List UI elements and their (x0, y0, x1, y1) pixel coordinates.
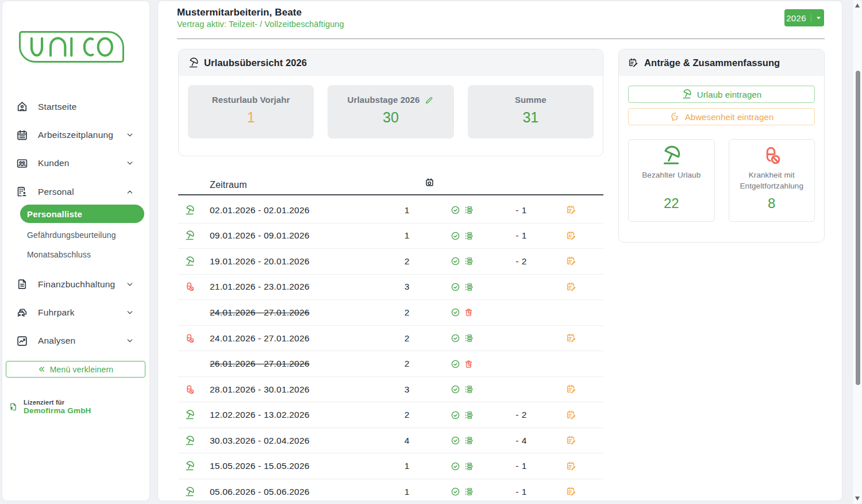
row-edit-cell (550, 256, 592, 267)
page-scrollbar[interactable] (852, 0, 862, 504)
stat-resturlaub-label: Resturlaub Vorjahr (212, 95, 290, 105)
row-days: 2 (382, 410, 432, 420)
edit-entry-icon[interactable] (566, 282, 577, 293)
edit-entry-icon[interactable] (566, 461, 577, 472)
list-details-icon (464, 205, 474, 215)
umbrella-icon (184, 410, 195, 420)
stat-urlaubstage: Urlaubstage 2026 30 (328, 85, 453, 138)
edit-entry-icon[interactable] (566, 384, 577, 395)
row-date-range: 28.01.2026 - 30.01.2026 (210, 384, 382, 395)
collapse-menu-button[interactable]: Menü verkleinern (6, 361, 145, 378)
row-delta: - 2 (492, 410, 550, 420)
edit-entry-icon[interactable] (566, 205, 577, 216)
sidebar-subitem-monatsabschluss[interactable]: Monatsabschluss (2, 245, 149, 265)
table-row: 12.02.2026 - 13.02.20262- 2 (178, 402, 603, 428)
sidebar-item-fuhrpark[interactable]: Fuhrpark (2, 298, 149, 326)
umbrella-icon (184, 461, 195, 471)
row-date-range: 21.01.2026 - 23.01.2026 (210, 282, 382, 292)
chevron-down-icon (126, 309, 134, 317)
double-chevron-left-icon (38, 366, 45, 373)
vacation-overview-header: Urlaubsübersicht 2026 (179, 49, 603, 76)
table-row: 30.03.2026 - 02.04.20264- 4 (178, 428, 603, 454)
row-type-cell (178, 487, 210, 497)
home-icon (16, 101, 28, 113)
calendar-icon (16, 129, 28, 141)
umbrella-icon (184, 205, 195, 216)
row-date-range: 30.03.2026 - 02.04.2026 (210, 436, 382, 446)
row-edit-cell (550, 282, 592, 293)
umbrella-icon (184, 436, 195, 446)
sneeze-icon (669, 111, 680, 122)
row-status-cell (432, 384, 492, 394)
stat-summe: Summe 31 (468, 85, 594, 138)
scrollbar-thumb[interactable] (856, 71, 860, 385)
sidebar-nav-top: StartseiteArbeitszeitplanungKundenPerson… (2, 93, 149, 206)
caret-down-icon (815, 14, 822, 22)
table-row: 02.01.2026 - 02.01.20261- 1 (178, 198, 603, 224)
customers-icon (16, 157, 28, 170)
table-row: 05.06.2026 - 05.06.20261- 1 (178, 479, 603, 504)
edit-entry-icon[interactable] (566, 256, 577, 267)
main-content: Mustermitarbeiterin, Beate Vertrag aktiv… (158, 1, 842, 501)
edit-entry-icon[interactable] (566, 486, 577, 497)
table-row: 21.01.2026 - 23.01.20263 (178, 275, 603, 301)
fleet-icon (16, 307, 28, 319)
sidebar-item-personal[interactable]: Personal (2, 178, 149, 206)
sidebar-item-label: Startseite (38, 102, 76, 112)
edit-entry-icon[interactable] (566, 435, 577, 446)
sick-icon (184, 282, 195, 292)
table-row: 09.01.2026 - 09.01.20261- 1 (178, 224, 603, 249)
table-header-zeitraum: Zeitraum (210, 180, 247, 190)
trash-restore-icon[interactable] (464, 307, 474, 317)
add-vacation-button[interactable]: Urlaub eintragen (628, 86, 815, 103)
trash-restore-icon[interactable] (464, 359, 474, 369)
sidebar-subitem-personalliste[interactable]: Personalliste (20, 205, 144, 223)
sidebar-item-arbeitszeitplanung[interactable]: Arbeitszeitplanung (2, 121, 149, 149)
row-delta: - 1 (492, 487, 550, 497)
sidebar-item-finanzbuchhaltung[interactable]: Finanzbuchhaltung (2, 270, 149, 298)
row-status-cell (432, 307, 492, 317)
sidebar-item-label: Analysen (38, 336, 75, 346)
row-delta: - 1 (492, 461, 550, 471)
scrollbar-down-arrow[interactable] (855, 497, 860, 501)
sidebar-item-analysen[interactable]: Analysen (2, 327, 149, 355)
row-days: 2 (382, 333, 432, 344)
collapse-menu-label: Menü verkleinern (50, 365, 114, 374)
row-date-range: 12.02.2026 - 13.02.2026 (210, 410, 382, 420)
check-circle-icon (451, 205, 460, 215)
row-days: 3 (382, 384, 432, 395)
add-absence-button[interactable]: Abwesenheit eintragen (628, 108, 815, 125)
analytics-icon (16, 335, 28, 347)
list-details-icon (464, 487, 474, 497)
row-type-cell (178, 282, 210, 292)
table-row: 15.05.2026 - 15.05.20261- 1 (178, 453, 603, 479)
list-details-icon (464, 231, 474, 241)
sidebar-item-kunden[interactable]: Kunden (2, 149, 149, 178)
row-edit-cell (550, 435, 592, 446)
row-days: 1 (382, 230, 432, 241)
row-date-range: 09.01.2026 - 09.01.2026 (210, 230, 382, 241)
edit-entry-icon[interactable] (566, 230, 577, 241)
chevron-down-icon (126, 280, 134, 288)
edit-pencil-icon[interactable] (425, 95, 434, 105)
row-date-range: 24.01.2026 - 27.01.2026 (210, 333, 382, 344)
sidebar-item-label: Kunden (38, 158, 70, 168)
edit-entry-icon[interactable] (566, 410, 577, 421)
scrollbar-up-arrow[interactable] (855, 3, 860, 7)
row-status-cell (432, 461, 492, 471)
row-date-range: 15.05.2026 - 15.05.2026 (210, 461, 382, 471)
row-edit-cell (550, 486, 592, 497)
edit-entry-icon[interactable] (566, 333, 577, 344)
row-status-cell (432, 256, 492, 266)
row-days: 3 (382, 282, 432, 292)
row-status-cell (432, 205, 492, 215)
row-edit-cell (550, 333, 592, 344)
sidebar-item-label: Fuhrpark (38, 307, 75, 318)
sidebar-subitem-gef-hrdungsbeurteilung[interactable]: Gefährdungsbeurteilung (2, 225, 149, 245)
year-select[interactable]: 2026 (784, 9, 824, 26)
check-circle-icon (451, 307, 460, 317)
table-row: 24.01.2026 - 27.01.20262 (178, 300, 603, 326)
row-days: 1 (382, 461, 432, 471)
table-header: Zeitraum (178, 172, 603, 195)
sidebar-item-startseite[interactable]: Startseite (2, 93, 149, 121)
